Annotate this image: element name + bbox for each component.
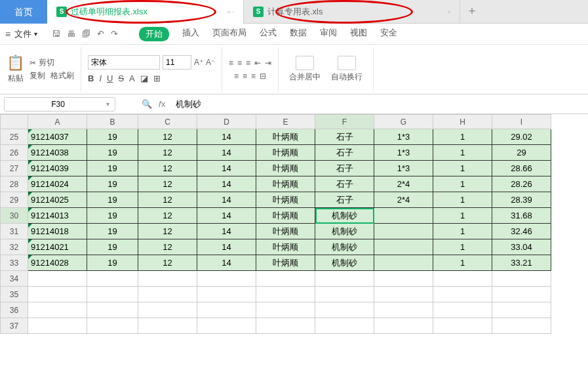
cell-B33[interactable]: 19 bbox=[87, 255, 138, 271]
cell-A33[interactable]: 91214028 bbox=[28, 255, 87, 271]
cell-E33[interactable]: 叶炳顺 bbox=[256, 255, 315, 271]
row-header-37[interactable]: 37 bbox=[1, 318, 28, 334]
cell-D25[interactable]: 14 bbox=[197, 129, 256, 145]
cell-A29[interactable]: 91214025 bbox=[28, 192, 87, 208]
cell-G34[interactable] bbox=[374, 271, 433, 287]
cell-F25[interactable]: 石子 bbox=[315, 129, 374, 145]
copy-button[interactable]: 复制 bbox=[29, 70, 45, 81]
cell-C28[interactable]: 12 bbox=[138, 176, 197, 192]
tab-file1[interactable]: S 过磅单明细报表.xlsx ▫ · bbox=[47, 0, 244, 24]
cell-E27[interactable]: 叶炳顺 bbox=[256, 161, 315, 176]
row-header-36[interactable]: 36 bbox=[1, 302, 28, 318]
cell-F37[interactable] bbox=[315, 318, 374, 334]
cell-F26[interactable]: 石子 bbox=[315, 145, 374, 161]
cell-E34[interactable] bbox=[256, 271, 315, 287]
cell-B37[interactable] bbox=[87, 318, 138, 334]
cell-E26[interactable]: 叶炳顺 bbox=[256, 145, 315, 161]
cell-A37[interactable] bbox=[28, 318, 87, 334]
cell-I36[interactable] bbox=[492, 302, 551, 318]
ribbon-tab-security[interactable]: 安全 bbox=[380, 27, 397, 41]
col-header-I[interactable]: I bbox=[492, 115, 551, 129]
cell-I25[interactable]: 29.02 bbox=[492, 129, 551, 145]
cell-D27[interactable]: 14 bbox=[197, 161, 256, 176]
cell-E30[interactable]: 叶炳顺 bbox=[256, 208, 315, 224]
col-header-C[interactable]: C bbox=[138, 115, 197, 129]
cell-A30[interactable]: 91214013 bbox=[28, 208, 87, 224]
cell-I29[interactable]: 28.39 bbox=[492, 192, 551, 208]
increase-font-icon[interactable]: A⁺ bbox=[194, 58, 203, 67]
save-icon[interactable]: 🖫 bbox=[52, 29, 60, 39]
cell-I30[interactable]: 31.68 bbox=[492, 208, 551, 224]
strikethrough-button[interactable]: S bbox=[118, 73, 124, 83]
align-center-icon[interactable]: ≡ bbox=[243, 72, 247, 81]
cell-C36[interactable] bbox=[138, 302, 197, 318]
ribbon-tab-start[interactable]: 开始 bbox=[139, 27, 169, 41]
cell-I27[interactable]: 28.66 bbox=[492, 161, 551, 176]
cell-D28[interactable]: 14 bbox=[197, 176, 256, 192]
cell-B32[interactable]: 19 bbox=[87, 239, 138, 255]
tab-home[interactable]: 首页 bbox=[0, 0, 47, 24]
cell-E29[interactable]: 叶炳顺 bbox=[256, 192, 315, 208]
cell-B25[interactable]: 19 bbox=[87, 129, 138, 145]
cell-D36[interactable] bbox=[197, 302, 256, 318]
cell-H26[interactable]: 1 bbox=[433, 145, 492, 161]
cell-E32[interactable]: 叶炳顺 bbox=[256, 239, 315, 255]
cell-H29[interactable]: 1 bbox=[433, 192, 492, 208]
tab-window-icon[interactable]: ▫ bbox=[428, 8, 450, 16]
zoom-icon[interactable]: 🔍 bbox=[142, 99, 152, 109]
cell-B35[interactable] bbox=[87, 287, 138, 302]
cell-F34[interactable] bbox=[315, 271, 374, 287]
cell-A32[interactable]: 91214021 bbox=[28, 239, 87, 255]
formula-input[interactable] bbox=[172, 97, 584, 112]
cell-A25[interactable]: 91214037 bbox=[28, 129, 87, 145]
font-name-select[interactable] bbox=[88, 55, 160, 70]
cell-I33[interactable]: 33.21 bbox=[492, 255, 551, 271]
row-header-33[interactable]: 33 bbox=[1, 255, 28, 271]
row-header-26[interactable]: 26 bbox=[1, 145, 28, 161]
cell-C34[interactable] bbox=[138, 271, 197, 287]
align-middle-icon[interactable]: ≡ bbox=[237, 58, 242, 68]
row-header-27[interactable]: 27 bbox=[1, 161, 28, 176]
tab-add-button[interactable]: + bbox=[460, 5, 484, 18]
cell-I26[interactable]: 29 bbox=[492, 145, 551, 161]
cell-C25[interactable]: 12 bbox=[138, 129, 197, 145]
merge-split-icon[interactable]: ⊟ bbox=[260, 72, 266, 81]
indent-decrease-icon[interactable]: ⇤ bbox=[254, 58, 261, 68]
cell-B26[interactable]: 19 bbox=[87, 145, 138, 161]
decrease-font-icon[interactable]: A⁻ bbox=[206, 58, 215, 67]
cut-button[interactable]: ✂剪切 bbox=[29, 57, 74, 68]
print-icon[interactable]: 🖶 bbox=[67, 29, 75, 39]
cell-D37[interactable] bbox=[197, 318, 256, 334]
cell-C37[interactable] bbox=[138, 318, 197, 334]
cell-G35[interactable] bbox=[374, 287, 433, 302]
cell-F31[interactable]: 机制砂 bbox=[315, 224, 374, 239]
fx-icon[interactable]: fx bbox=[159, 99, 165, 109]
cell-F35[interactable] bbox=[315, 287, 374, 302]
cell-H31[interactable]: 1 bbox=[433, 224, 492, 239]
cell-G32[interactable] bbox=[374, 239, 433, 255]
cell-I35[interactable] bbox=[492, 287, 551, 302]
cell-I31[interactable]: 32.46 bbox=[492, 224, 551, 239]
cell-H27[interactable]: 1 bbox=[433, 161, 492, 176]
file-menu-button[interactable]: 文件▾ bbox=[14, 28, 37, 40]
cell-G30[interactable] bbox=[374, 208, 433, 224]
col-header-E[interactable]: E bbox=[256, 115, 315, 129]
cell-F36[interactable] bbox=[315, 302, 374, 318]
name-box[interactable]: F30 ▾ bbox=[4, 97, 115, 112]
print-preview-icon[interactable]: 🗐 bbox=[82, 29, 90, 39]
cell-C32[interactable]: 12 bbox=[138, 239, 197, 255]
format-painter-button[interactable]: 格式刷 bbox=[50, 70, 74, 81]
cell-H37[interactable] bbox=[433, 318, 492, 334]
bold-button[interactable]: B bbox=[88, 73, 94, 83]
cell-H28[interactable]: 1 bbox=[433, 176, 492, 192]
cell-A28[interactable]: 91214024 bbox=[28, 176, 87, 192]
col-header-F[interactable]: F bbox=[315, 115, 374, 129]
cell-E36[interactable] bbox=[256, 302, 315, 318]
cell-H33[interactable]: 1 bbox=[433, 255, 492, 271]
ribbon-tab-review[interactable]: 审阅 bbox=[320, 27, 337, 41]
cell-E28[interactable]: 叶炳顺 bbox=[256, 176, 315, 192]
cell-C35[interactable] bbox=[138, 287, 197, 302]
cell-B30[interactable]: 19 bbox=[87, 208, 138, 224]
cell-H30[interactable]: 1 bbox=[433, 208, 492, 224]
cell-D32[interactable]: 14 bbox=[197, 239, 256, 255]
